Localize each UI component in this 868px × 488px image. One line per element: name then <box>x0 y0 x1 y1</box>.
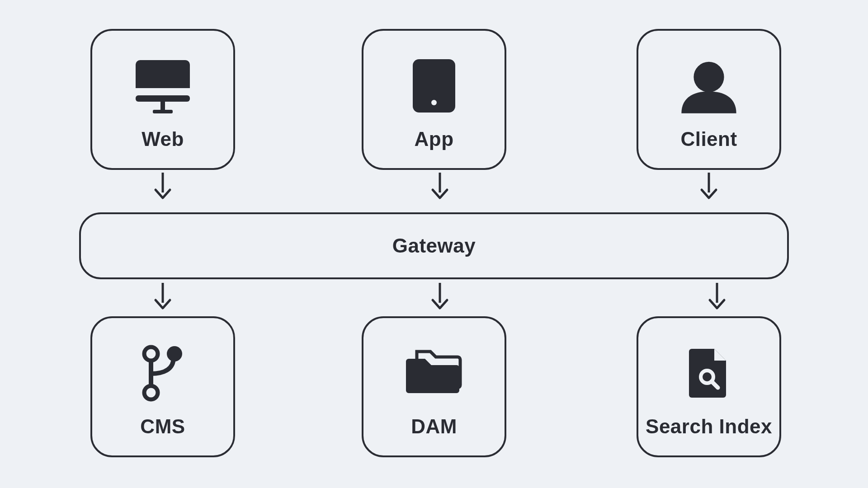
arrow-down-icon <box>152 172 174 199</box>
file-search-icon <box>677 344 741 403</box>
node-dam-label: DAM <box>411 415 457 438</box>
svg-point-6 <box>431 100 437 105</box>
svg-rect-4 <box>153 110 173 113</box>
svg-point-17 <box>167 346 182 361</box>
arrow-down-icon <box>429 172 451 199</box>
node-dam: DAM <box>362 316 506 457</box>
node-client: Client <box>637 29 781 170</box>
tablet-icon <box>402 56 466 115</box>
arrow-down-icon <box>152 282 174 309</box>
branch-icon <box>131 344 194 403</box>
svg-point-15 <box>144 347 158 361</box>
diagram-canvas: Web App Client Gateway <box>0 0 868 488</box>
node-web: Web <box>90 29 235 170</box>
node-cms: CMS <box>90 316 235 457</box>
node-web-label: Web <box>142 128 184 150</box>
node-client-label: Client <box>680 128 737 150</box>
arrow-down-icon <box>698 172 720 199</box>
arrow-down-icon <box>429 282 451 309</box>
node-cms-label: CMS <box>140 415 185 438</box>
svg-rect-2 <box>136 95 190 102</box>
user-icon <box>677 56 741 115</box>
svg-rect-1 <box>136 88 190 95</box>
arrow-down-icon <box>706 282 728 309</box>
svg-rect-3 <box>160 102 165 110</box>
node-app-label: App <box>414 128 453 150</box>
node-gateway-label: Gateway <box>392 235 476 257</box>
monitor-icon <box>131 56 194 115</box>
node-search-index: Search Index <box>637 316 781 457</box>
node-app: App <box>362 29 506 170</box>
svg-point-7 <box>693 62 724 92</box>
node-search-index-label: Search Index <box>646 415 772 438</box>
svg-point-16 <box>144 386 158 399</box>
node-gateway: Gateway <box>79 212 789 279</box>
folders-icon <box>402 344 466 403</box>
